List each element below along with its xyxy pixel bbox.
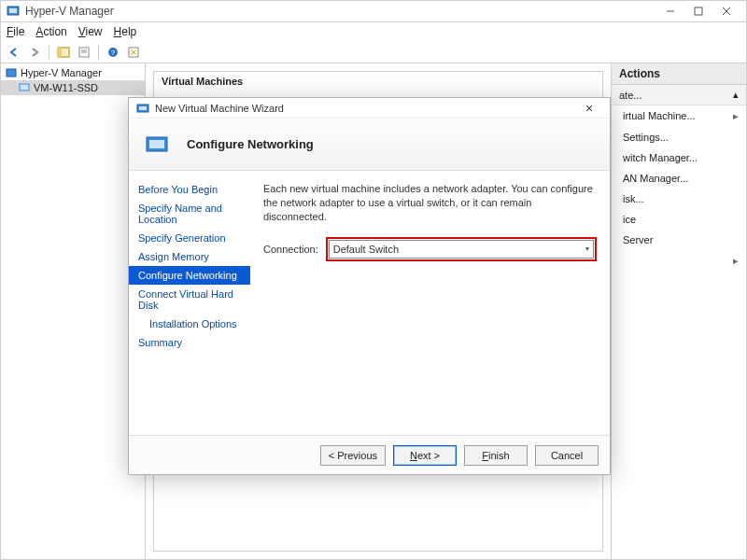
wizard-title: New Virtual Machine Wizard [155, 103, 576, 114]
nav-tree: Hyper-V Manager VM-W11-SSD [1, 63, 146, 559]
finish-button[interactable]: Finish [464, 445, 528, 466]
step-summary[interactable]: Summary [129, 333, 250, 352]
cancel-button[interactable]: Cancel [535, 445, 599, 466]
server-icon [5, 67, 18, 78]
connection-row: Connection: Default Switch ▾ [263, 237, 597, 261]
action-settings[interactable]: Settings... [612, 127, 746, 147]
svg-rect-15 [20, 84, 29, 91]
menu-help[interactable]: Help [114, 25, 137, 38]
wizard-desc: Each new virtual machine includes a netw… [263, 182, 597, 224]
action-disk[interactable]: isk... [612, 189, 746, 209]
step-configure-networking[interactable]: Configure Networking [129, 266, 250, 285]
close-button[interactable] [712, 3, 740, 20]
step-installation-options[interactable]: Installation Options [129, 315, 250, 333]
wizard-close-button[interactable]: × [576, 101, 602, 116]
chevron-right-icon: ▸ [733, 255, 739, 267]
chevron-right-icon: ▸ [733, 110, 739, 122]
action-new-vm[interactable]: irtual Machine...▸ [612, 105, 746, 127]
actions-sub-label: ate... [619, 90, 641, 101]
properties-button[interactable] [75, 43, 93, 62]
wizard-titlebar: New Virtual Machine Wizard × [129, 98, 610, 119]
wizard-steps: Before You Begin Specify Name and Locati… [129, 171, 250, 435]
actions-pane: Actions ate... ▴ irtual Machine...▸ Sett… [611, 63, 746, 559]
previous-button[interactable]: < Previous [320, 445, 386, 466]
connection-highlight: Default Switch ▾ [326, 237, 597, 261]
toolbar-sep [98, 45, 99, 60]
window-titlebar: Hyper-V Manager [0, 0, 747, 22]
next-button[interactable]: Next > [393, 445, 457, 466]
actions-subheader[interactable]: ate... ▴ [612, 85, 746, 105]
step-before-you-begin[interactable]: Before You Begin [129, 180, 250, 199]
new-vm-wizard-dialog: New Virtual Machine Wizard × Configure N… [128, 97, 611, 475]
show-hide-tree-button[interactable] [54, 43, 73, 62]
back-button[interactable] [5, 43, 23, 62]
vm-section-title: Virtual Machines [162, 76, 595, 87]
svg-rect-19 [149, 140, 164, 148]
svg-rect-3 [695, 7, 702, 15]
wizard-icon [136, 102, 149, 115]
tree-root-label: Hyper-V Manager [21, 67, 102, 78]
minimize-button[interactable] [656, 3, 684, 20]
svg-rect-7 [58, 48, 62, 57]
forward-button[interactable] [25, 43, 44, 62]
step-specify-name[interactable]: Specify Name and Location [129, 199, 250, 229]
toolbar-sep [49, 45, 49, 60]
wizard-buttons: < Previous Next > Finish Cancel [129, 435, 610, 474]
wizard-banner: Configure Networking [129, 119, 610, 171]
wizard-content: Each new virtual machine includes a netw… [250, 171, 610, 435]
action-server[interactable]: Server [612, 230, 746, 250]
wizard-banner-icon [146, 134, 170, 155]
maximize-button[interactable] [684, 3, 712, 20]
wizard-body: Before You Begin Specify Name and Locati… [129, 171, 610, 435]
menu-action[interactable]: Action [35, 25, 66, 38]
help-button[interactable]: ? [104, 43, 122, 62]
action-ice[interactable]: ice [612, 209, 746, 230]
menubar: FFileile Action View Help [0, 22, 747, 41]
tree-root[interactable]: Hyper-V Manager [1, 65, 145, 80]
collapse-icon: ▴ [733, 89, 739, 101]
svg-rect-17 [139, 106, 147, 110]
actions-header: Actions [612, 63, 746, 85]
menu-file[interactable]: FFileile [7, 25, 24, 38]
host-icon [18, 82, 31, 93]
wizard-banner-title: Configure Networking [187, 137, 314, 151]
chevron-down-icon: ▾ [585, 245, 589, 253]
connection-value: Default Switch [333, 244, 399, 255]
menu-view[interactable]: View [78, 25, 103, 38]
svg-text:?: ? [111, 49, 116, 57]
step-specify-generation[interactable]: Specify Generation [129, 229, 250, 247]
toolbar: ? [0, 41, 747, 63]
app-icon [7, 5, 20, 18]
action-san-manager[interactable]: AN Manager... [612, 168, 746, 189]
tree-vm[interactable]: VM-W11-SSD [1, 80, 145, 95]
connection-label: Connection: [263, 244, 318, 255]
tree-vm-label: VM-W11-SSD [34, 82, 98, 93]
step-connect-vhd[interactable]: Connect Virtual Hard Disk [129, 285, 250, 315]
action-more[interactable]: ▸ [612, 250, 746, 272]
step-assign-memory[interactable]: Assign Memory [129, 247, 250, 266]
svg-rect-14 [7, 69, 16, 77]
refresh-button[interactable] [124, 43, 143, 62]
action-switch-manager[interactable]: witch Manager... [612, 147, 746, 168]
window-title: Hyper-V Manager [25, 5, 656, 18]
svg-rect-1 [9, 8, 17, 13]
connection-dropdown[interactable]: Default Switch ▾ [329, 240, 594, 259]
